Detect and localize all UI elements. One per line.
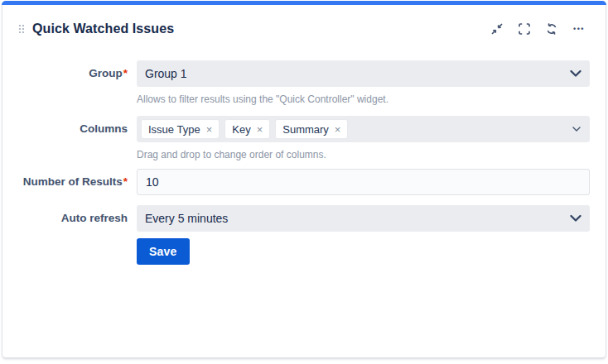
drag-handle-icon[interactable]: [18, 24, 25, 34]
widget-settings-form: Group* Group 1 Allows to filter results …: [2, 60, 606, 265]
group-label: Group*: [2, 60, 128, 87]
widget-header: Quick Watched Issues: [2, 2, 606, 39]
widget-title: Quick Watched Issues: [32, 22, 487, 36]
remove-tag-icon[interactable]: ×: [257, 124, 263, 135]
remove-tag-icon[interactable]: ×: [206, 124, 213, 135]
auto-refresh-select-value: Every 5 minutes: [145, 212, 228, 225]
maximize-icon[interactable]: [514, 19, 534, 39]
tag-label: Summary: [282, 123, 329, 136]
number-of-results-input[interactable]: [137, 169, 590, 195]
columns-multiselect[interactable]: Issue Type× Key× Summary×: [137, 116, 590, 142]
chevron-down-icon: [570, 70, 581, 78]
more-options-icon[interactable]: •••: [569, 19, 589, 39]
auto-refresh-select[interactable]: Every 5 minutes: [137, 205, 590, 232]
save-row: Save: [2, 238, 590, 265]
quick-watched-issues-widget: Quick Watched Issues: [2, 1, 606, 358]
columns-row: Columns Issue Type× Key× Summary× Drag a…: [2, 116, 590, 169]
chevron-down-icon: [572, 127, 581, 132]
required-asterisk: *: [123, 175, 128, 188]
number-of-results-label: Number of Results*: [2, 169, 128, 195]
columns-label: Columns: [2, 116, 128, 142]
more-options-glyph: •••: [573, 26, 585, 33]
column-tag-summary[interactable]: Summary×: [275, 119, 348, 139]
column-tag-issue-type[interactable]: Issue Type×: [141, 119, 220, 139]
save-button[interactable]: Save: [137, 238, 190, 265]
collapse-icon[interactable]: [487, 19, 507, 39]
refresh-icon[interactable]: [542, 19, 562, 39]
group-label-text: Group: [89, 67, 123, 79]
group-row: Group* Group 1 Allows to filter results …: [2, 60, 590, 116]
required-asterisk: *: [123, 67, 128, 79]
chevron-down-icon: [570, 215, 581, 223]
auto-refresh-row: Auto refresh Every 5 minutes: [2, 205, 590, 232]
tag-label: Issue Type: [148, 123, 200, 136]
tag-label: Key: [232, 123, 250, 136]
widget-toolbar: •••: [487, 19, 589, 39]
auto-refresh-label: Auto refresh: [2, 205, 128, 232]
columns-help-text: Drag and drop to change order of columns…: [137, 149, 590, 160]
remove-tag-icon[interactable]: ×: [335, 124, 341, 135]
number-of-results-row: Number of Results*: [2, 169, 590, 195]
group-help-text: Allows to filter results using the "Quic…: [137, 93, 590, 105]
widget-accent-bar: [2, 1, 606, 5]
column-tag-key[interactable]: Key×: [224, 119, 270, 139]
number-of-results-label-text: Number of Results: [23, 175, 123, 188]
group-select[interactable]: Group 1: [137, 60, 590, 87]
group-select-value: Group 1: [145, 67, 187, 80]
